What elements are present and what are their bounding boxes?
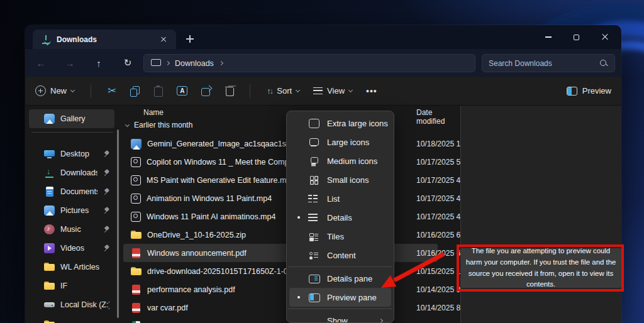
extra-large-icons-icon xyxy=(308,118,319,128)
menu-item-large-icons[interactable]: Large icons xyxy=(289,133,391,151)
sidebar-item-pictures[interactable]: Pictures xyxy=(29,201,114,220)
downloads-icon xyxy=(44,168,55,178)
menu-item-extra-large-icons[interactable]: Extra large icons xyxy=(289,114,391,133)
sidebar-item-partial[interactable] xyxy=(29,315,114,323)
new-button[interactable]: New xyxy=(35,85,74,96)
sidebar-item-label: Gallery xyxy=(60,114,109,123)
folder-icon xyxy=(44,320,55,323)
maximize-button[interactable] xyxy=(562,25,591,49)
share-icon[interactable] xyxy=(201,86,211,96)
file-date: 10/15/2025 10:4 xyxy=(416,267,460,276)
sidebar-item-documents[interactable]: Documents xyxy=(29,182,114,201)
list-view-icon xyxy=(308,195,318,203)
sort-button[interactable]: ↑↓ Sort xyxy=(267,86,299,96)
menu-item-details[interactable]: Details xyxy=(289,208,391,227)
folder-icon xyxy=(44,262,55,272)
view-context-menu: Extra large icons Large icons Medium ico… xyxy=(286,111,394,323)
preview-toggle-button[interactable]: Preview xyxy=(567,86,611,96)
sidebar-scrollbar[interactable] xyxy=(117,129,119,318)
cut-icon[interactable]: ✂ xyxy=(108,84,116,97)
menu-item-details-pane[interactable]: Details pane xyxy=(289,269,391,288)
back-icon[interactable]: ← xyxy=(34,56,48,70)
file-date: 10/17/2025 4:20 xyxy=(416,194,460,203)
search-input[interactable] xyxy=(489,59,599,68)
menu-item-label: Details pane xyxy=(327,274,372,283)
details-pane-icon xyxy=(308,273,319,283)
file-date: 10/14/2025 8:39 xyxy=(416,285,460,294)
file-date: 10/16/2025 6:24 xyxy=(416,249,460,258)
column-header-date-modified[interactable]: Date modified xyxy=(416,108,460,126)
menu-item-medium-icons[interactable]: Medium icons xyxy=(289,151,391,170)
sidebar-item-label: WL Articles xyxy=(60,263,109,271)
menu-separator xyxy=(288,266,392,267)
sidebar-item-gallery[interactable]: Gallery xyxy=(29,109,114,128)
medium-icons-icon xyxy=(308,156,319,166)
file-date: 10/18/2025 10:2 xyxy=(416,140,460,148)
pin-icon xyxy=(103,226,109,233)
new-tab-button[interactable] xyxy=(184,33,196,45)
column-header-name[interactable]: Name xyxy=(143,108,164,117)
file-date: 10/17/2025 5:20 xyxy=(416,158,460,167)
video-file-icon xyxy=(131,212,141,222)
group-label: Earlier this month xyxy=(134,121,192,129)
copy-icon[interactable] xyxy=(130,86,140,96)
sidebar-item-wl-articles[interactable]: WL Articles xyxy=(29,258,114,276)
show-icon-spacer xyxy=(308,315,319,323)
menu-item-label: Medium icons xyxy=(327,156,377,166)
sidebar-item-label: Local Disk (Z:) xyxy=(60,300,109,309)
pdf-file-icon xyxy=(131,303,142,313)
pdf-file-icon xyxy=(131,248,142,258)
chevron-right-icon xyxy=(165,61,170,65)
delete-icon[interactable] xyxy=(225,86,233,96)
more-options-icon[interactable]: ••• xyxy=(366,86,377,96)
breadcrumb-location[interactable]: Downloads xyxy=(175,59,214,68)
sidebar-item-music[interactable]: Music xyxy=(29,220,114,239)
paste-icon[interactable] xyxy=(154,86,163,96)
large-icons-icon xyxy=(308,137,319,147)
this-pc-icon[interactable] xyxy=(150,59,160,67)
preview-pane-icon xyxy=(567,87,577,96)
search-icon[interactable] xyxy=(599,59,608,68)
refresh-icon[interactable]: ↻ xyxy=(121,56,135,70)
zip-folder-icon xyxy=(131,230,142,240)
sidebar-item-label: Desktop xyxy=(60,150,97,158)
sidebar-item-label: Documents xyxy=(60,187,97,196)
up-icon[interactable]: ↑ xyxy=(92,56,106,70)
sidebar-item-label: Pictures xyxy=(60,206,97,215)
rename-icon[interactable]: A xyxy=(177,86,187,96)
image-file-icon xyxy=(131,139,142,149)
menu-item-list[interactable]: List xyxy=(289,189,391,208)
breadcrumb[interactable]: Downloads xyxy=(143,54,475,72)
sidebar-item-downloads[interactable]: Downloads xyxy=(29,163,114,182)
view-button[interactable]: View xyxy=(313,86,352,96)
forward-icon[interactable]: → xyxy=(63,56,77,70)
radio-indicator-selected xyxy=(289,296,308,299)
tab-close-icon[interactable] xyxy=(157,33,170,46)
video-file-icon xyxy=(131,175,141,185)
content-view-icon xyxy=(308,250,319,260)
minimize-button[interactable] xyxy=(534,25,562,49)
menu-item-label: Details xyxy=(327,213,352,222)
menu-item-preview-pane[interactable]: Preview pane xyxy=(289,288,391,307)
title-bar[interactable]: Downloads xyxy=(25,25,621,49)
excel-file-icon xyxy=(131,321,142,323)
sidebar-item-desktop[interactable]: Desktop xyxy=(29,145,114,163)
close-button[interactable] xyxy=(591,25,619,49)
menu-item-label: Small icons xyxy=(327,175,369,185)
sidebar-item-if[interactable]: IF xyxy=(29,276,114,295)
menu-item-show[interactable]: Show xyxy=(289,311,391,323)
menu-item-label: Extra large icons xyxy=(327,119,388,128)
sidebar-item-videos[interactable]: Videos xyxy=(29,239,114,258)
menu-item-content[interactable]: Content xyxy=(289,246,391,265)
sidebar-item-label: Music xyxy=(60,225,97,234)
chevron-right-icon xyxy=(219,61,223,65)
menu-item-tiles[interactable]: Tiles xyxy=(289,227,391,246)
tab-downloads[interactable]: Downloads xyxy=(33,30,176,49)
collapse-group-icon[interactable] xyxy=(125,122,130,126)
group-header[interactable]: Earlier this month xyxy=(126,121,192,129)
search-box[interactable] xyxy=(482,54,615,72)
menu-item-small-icons[interactable]: Small icons xyxy=(289,170,391,189)
sidebar-item-local-disk-z[interactable]: Local Disk (Z:) xyxy=(29,295,114,314)
address-bar-row: ← → ↑ ↻ Downloads xyxy=(25,49,621,77)
sidebar-item-label: Downloads xyxy=(60,168,97,177)
